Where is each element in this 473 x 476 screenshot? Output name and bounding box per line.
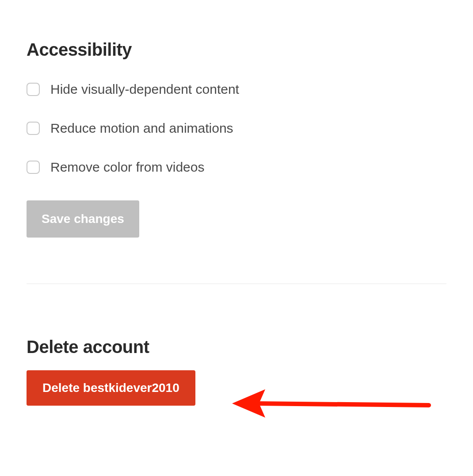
checkbox-label: Hide visually-dependent content — [50, 82, 239, 97]
checkbox-remove-color[interactable] — [27, 161, 40, 174]
delete-account-heading: Delete account — [27, 337, 446, 357]
checkbox-label: Reduce motion and animations — [50, 121, 233, 136]
checkbox-reduce-motion[interactable] — [27, 122, 40, 135]
accessibility-heading: Accessibility — [27, 40, 446, 60]
section-divider — [27, 284, 446, 284]
checkbox-hide-visual[interactable] — [27, 83, 40, 96]
checkbox-row-reduce-motion: Reduce motion and animations — [27, 121, 446, 136]
save-changes-button[interactable]: Save changes — [27, 200, 139, 238]
checkbox-row-remove-color: Remove color from videos — [27, 160, 446, 175]
checkbox-label: Remove color from videos — [50, 160, 204, 175]
checkbox-row-hide-visual: Hide visually-dependent content — [27, 82, 446, 97]
delete-account-button[interactable]: Delete bestkidever2010 — [27, 370, 195, 406]
